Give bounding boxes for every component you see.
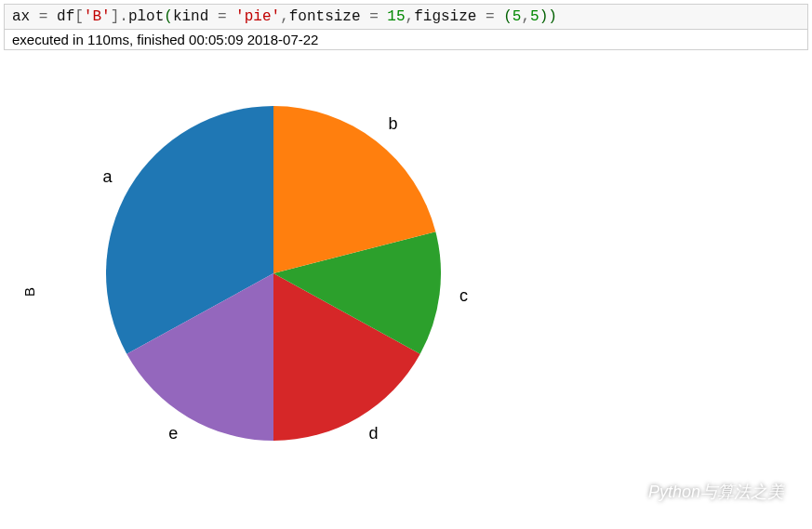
watermark: Python与算法之美	[617, 481, 784, 503]
watermark-text: Python与算法之美	[648, 481, 784, 503]
pie-label-c: c	[459, 286, 468, 305]
pie-label-a: a	[102, 167, 113, 186]
y-axis-label: B	[21, 287, 37, 297]
code-cell: ax = df['B'].plot(kind = 'pie',fontsize …	[4, 4, 808, 30]
pie-label-b: b	[389, 114, 398, 133]
pie-label-d: d	[369, 424, 379, 443]
chat-icon	[617, 482, 641, 502]
chart-output: B aedcb	[4, 69, 525, 515]
pie-label-e: e	[168, 424, 178, 443]
execution-banner: executed in 110ms, finished 00:05:09 201…	[4, 30, 808, 50]
pie-chart: aedcb	[60, 78, 487, 487]
